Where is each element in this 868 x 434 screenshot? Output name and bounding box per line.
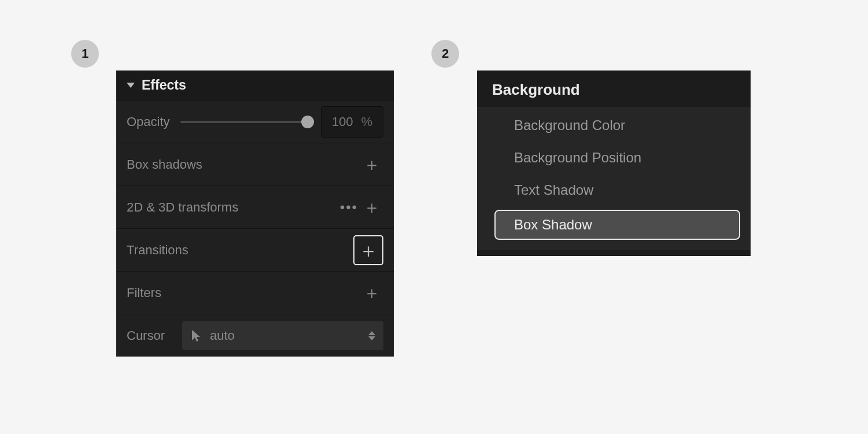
transforms-row: 2D & 3D transforms ••• ＋ — [116, 186, 394, 228]
more-icon[interactable]: ••• — [340, 199, 358, 216]
menu-list: Background Color Background Position Tex… — [477, 107, 751, 250]
cursor-row: Cursor auto — [116, 314, 394, 357]
menu-item-box-shadow[interactable]: Box Shadow — [494, 210, 740, 240]
opacity-row: Opacity 100 % — [116, 100, 394, 143]
effects-title: Effects — [142, 77, 186, 93]
filters-row: Filters ＋ — [116, 271, 394, 314]
cursor-label: Cursor — [127, 328, 172, 343]
step-badge-1: 1 — [71, 40, 99, 68]
plus-icon: ＋ — [363, 284, 381, 302]
menu-item-box-shadow-wrap[interactable]: Box Shadow — [477, 206, 751, 243]
transitions-label: Transitions — [127, 243, 189, 258]
add-filter-button[interactable]: ＋ — [360, 281, 383, 305]
transitions-row: Transitions ＋ — [116, 228, 394, 271]
menu-item-background-color[interactable]: Background Color — [477, 109, 751, 142]
add-transform-button[interactable]: ＋ — [360, 196, 383, 219]
collapse-triangle-icon[interactable] — [127, 83, 135, 88]
menu-group-title: Background — [477, 71, 751, 107]
menu-item-background-position[interactable]: Background Position — [477, 142, 751, 174]
opacity-label: Opacity — [127, 114, 170, 129]
box-shadows-label: Box shadows — [127, 157, 202, 172]
cursor-arrow-icon — [190, 329, 202, 343]
box-shadows-row: Box shadows ＋ — [116, 143, 394, 186]
opacity-input[interactable]: 100 % — [321, 106, 383, 138]
filters-label: Filters — [127, 285, 161, 301]
cursor-select[interactable]: auto — [182, 321, 383, 350]
opacity-slider-thumb[interactable] — [301, 116, 314, 128]
plus-icon: ＋ — [359, 240, 378, 260]
add-transition-button[interactable]: ＋ — [353, 235, 383, 265]
plus-icon: ＋ — [363, 199, 381, 216]
cursor-value: auto — [210, 328, 235, 343]
plus-icon: ＋ — [363, 156, 381, 173]
opacity-value: 100 — [332, 114, 353, 129]
menu-item-text-shadow[interactable]: Text Shadow — [477, 174, 751, 206]
effects-panel: Effects Opacity 100 % Box shadows ＋ 2D &… — [116, 71, 394, 357]
add-box-shadow-button[interactable]: ＋ — [360, 153, 383, 176]
select-arrows-icon — [368, 331, 375, 340]
step-badge-2: 2 — [431, 40, 459, 68]
effects-header[interactable]: Effects — [116, 71, 394, 100]
opacity-unit: % — [361, 114, 373, 129]
transition-property-menu: Background Background Color Background P… — [477, 71, 751, 256]
transforms-label: 2D & 3D transforms — [127, 200, 238, 215]
opacity-slider[interactable] — [180, 121, 313, 123]
